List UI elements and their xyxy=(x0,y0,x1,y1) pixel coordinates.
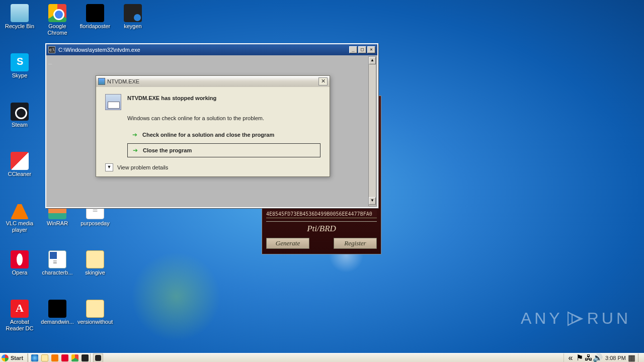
icon-label: versionwithout xyxy=(77,319,113,325)
anyrun-watermark: ANY RUN xyxy=(521,309,631,328)
view-details-label[interactable]: View problem details xyxy=(117,164,168,170)
arrow-icon: ➔ xyxy=(133,147,138,154)
scroll-track[interactable] xyxy=(369,64,376,197)
desktop-icon-skype[interactable]: Skype xyxy=(2,51,37,92)
error-heading: NTVDM.EXE has stopped working xyxy=(127,94,216,101)
icon-label: Opera xyxy=(2,269,37,276)
scroll-down-icon[interactable]: ▼ xyxy=(369,197,376,205)
tray-flag-icon[interactable]: ⚑ xyxy=(576,354,584,361)
app-icon xyxy=(11,4,29,22)
icon-label: CCleaner xyxy=(2,171,37,177)
play-icon xyxy=(565,310,585,327)
tray-volume-icon[interactable]: 🔊 xyxy=(594,354,602,361)
app-icon xyxy=(86,300,104,318)
desktop-icon-recycle-bin[interactable]: Recycle Bin xyxy=(2,2,37,42)
maximize-button[interactable]: □ xyxy=(358,46,366,53)
start-label: Start xyxy=(11,355,23,361)
scroll-up-icon[interactable]: ▲ xyxy=(369,57,376,64)
minimize-button[interactable]: _ xyxy=(349,46,357,53)
console-icon: c:\ xyxy=(48,46,55,53)
tray-expand-icon[interactable]: « xyxy=(567,354,575,361)
app-icon xyxy=(11,152,29,170)
desktop-icon-acrobat-reader-dc[interactable]: Acrobat Reader DC xyxy=(2,298,37,338)
icon-label: VLC media player xyxy=(2,220,37,233)
app-icon xyxy=(11,201,29,219)
app-icon xyxy=(48,250,66,268)
desktop-icon-opera[interactable]: Opera xyxy=(2,248,37,289)
icon-label: demandwin... xyxy=(40,319,75,325)
console-title-text: C:\Windows\system32\ntvdm.exe xyxy=(58,47,140,53)
app-icon xyxy=(48,4,66,22)
tray-extra-icon[interactable]: ▦ xyxy=(627,354,635,361)
icon-label: WinRAR xyxy=(40,220,75,227)
error-description: Windows can check online for a solution … xyxy=(127,115,320,121)
arrow-icon: ➔ xyxy=(132,131,137,138)
dialog-icon xyxy=(98,78,105,85)
app-icon xyxy=(124,4,142,22)
desktop-icon-demandwin-[interactable]: demandwin... xyxy=(40,298,75,338)
icon-label: Acrobat Reader DC xyxy=(2,319,37,332)
desktop-icon-google-chrome[interactable]: Google Chrome xyxy=(40,2,75,42)
taskbar-task-ntvdm[interactable] xyxy=(93,353,103,363)
quicklaunch-opera[interactable] xyxy=(60,353,70,363)
desktop[interactable]: Recycle BinGoogle Chromefloridaposterkey… xyxy=(0,0,644,353)
tray-network-icon[interactable]: 🖧 xyxy=(585,354,593,361)
quicklaunch-ie[interactable] xyxy=(30,353,40,363)
separator xyxy=(90,353,92,363)
close-button[interactable]: ✕ xyxy=(367,46,375,53)
desktop-icon-skingive[interactable]: skingive xyxy=(77,248,113,289)
tray-clock[interactable]: 3:08 PM xyxy=(605,355,626,361)
option-check-online[interactable]: ➔ Check online for a solution and close … xyxy=(127,128,320,141)
desktop-icon-keygen[interactable]: keygen xyxy=(115,2,150,42)
option-check-online-label: Check online for a solution and close th… xyxy=(142,132,274,138)
icon-label: Steam xyxy=(2,122,37,128)
error-titlebar[interactable]: NTVDM.EXE ✕ xyxy=(96,76,330,87)
option-close-program-label: Close the program xyxy=(143,147,192,153)
windows-logo-icon xyxy=(2,354,9,361)
error-dialog[interactable]: NTVDM.EXE ✕ NTVDM.EXE has stopped workin… xyxy=(96,75,330,177)
option-close-program[interactable]: ➔ Close the program xyxy=(127,143,320,157)
desktop-icon-characterb-[interactable]: characterb... xyxy=(40,248,75,289)
divider xyxy=(266,221,377,222)
quicklaunch-mediaplayer[interactable] xyxy=(50,353,60,363)
register-button[interactable]: Register xyxy=(334,238,377,249)
app-icon xyxy=(48,300,66,318)
app-icon xyxy=(11,300,29,318)
icon-label: Google Chrome xyxy=(40,23,75,36)
show-desktop-button[interactable] xyxy=(638,353,642,363)
close-button[interactable]: ✕ xyxy=(318,77,328,85)
desktop-icon-vlc-media-player[interactable]: VLC media player xyxy=(2,199,37,239)
icon-label: keygen xyxy=(115,23,150,30)
desktop-icon-ccleaner[interactable]: CCleaner xyxy=(2,150,37,190)
quicklaunch-explorer[interactable] xyxy=(40,353,50,363)
app-icon xyxy=(86,250,104,268)
keygen-serial-field[interactable] xyxy=(266,210,377,218)
app-icon xyxy=(11,250,29,268)
icon-label: skingive xyxy=(77,269,113,276)
generate-button[interactable]: Generate xyxy=(266,238,309,249)
desktop-icon-steam[interactable]: Steam xyxy=(2,101,37,141)
icon-label: purposeday xyxy=(77,220,113,227)
program-icon xyxy=(105,94,121,110)
keygen-handle: Pti/BRD xyxy=(266,224,377,234)
start-button[interactable]: Start xyxy=(0,353,28,363)
quicklaunch-chrome[interactable] xyxy=(70,353,80,363)
expand-details-button[interactable]: ▼ xyxy=(105,163,113,171)
app-icon xyxy=(11,103,29,121)
desktop-icon-floridaposter[interactable]: floridaposter xyxy=(77,2,113,42)
desktop-icon-versionwithout[interactable]: versionwithout xyxy=(77,298,113,338)
error-title-text: NTVDM.EXE xyxy=(107,78,139,84)
taskbar[interactable]: Start « ⚑ 🖧 🔊 3:08 PM ▦ xyxy=(0,353,644,362)
app-icon xyxy=(11,53,29,71)
console-titlebar[interactable]: c:\ C:\Windows\system32\ntvdm.exe _ □ ✕ xyxy=(46,44,377,55)
icon-label: floridaposter xyxy=(77,23,113,30)
app-icon xyxy=(86,4,104,22)
scrollbar[interactable]: ▲ ▼ xyxy=(368,56,376,206)
icon-label: Skype xyxy=(2,72,37,79)
quicklaunch-keygen[interactable] xyxy=(80,353,90,363)
icon-label: Recycle Bin xyxy=(2,23,37,30)
system-tray[interactable]: « ⚑ 🖧 🔊 3:08 PM ▦ xyxy=(564,353,644,363)
icon-label: characterb... xyxy=(40,269,75,276)
